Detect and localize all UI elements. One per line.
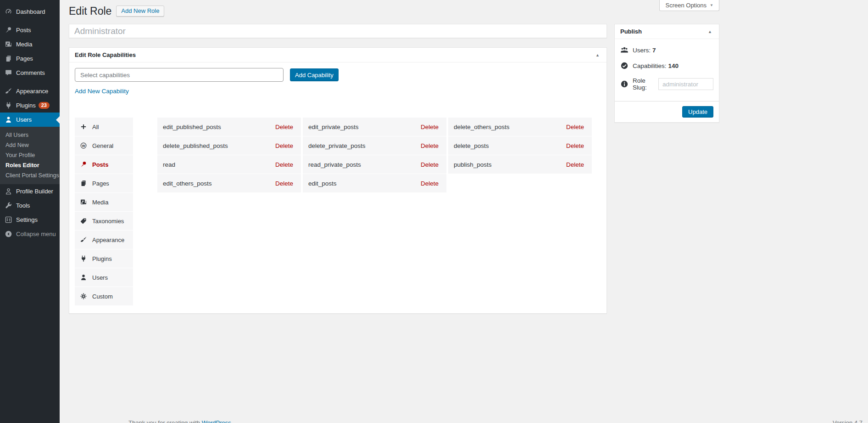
pin-icon	[5, 26, 12, 34]
capability-category-general[interactable]: W General	[75, 136, 133, 155]
media-icon	[80, 198, 87, 206]
sidebar-submenu-item-add-new[interactable]: Add New	[0, 140, 60, 150]
capabilities-panel-header: Edit Role Capabilities ▲	[69, 48, 606, 62]
sidebar-item-media[interactable]: Media	[0, 37, 60, 51]
capability-category-all[interactable]: All	[75, 118, 133, 136]
collapse-panel-icon[interactable]: ▲	[707, 29, 713, 34]
users-count-value: 7	[652, 47, 656, 54]
sidebar-item-appearance[interactable]: Appearance	[0, 84, 60, 98]
pages-icon	[5, 55, 12, 62]
capability-delete-link[interactable]: Delete	[421, 124, 439, 130]
main-column: Edit Role Capabilities ▲ Add Capability …	[69, 24, 607, 314]
users-count-label: Users:	[633, 47, 651, 54]
capability-delete-link[interactable]: Delete	[275, 180, 293, 187]
capability-name: edit_others_posts	[163, 180, 212, 187]
capability-cell-read: read Delete	[157, 155, 301, 174]
sidebar-item-posts[interactable]: Posts	[0, 23, 60, 37]
capability-delete-link[interactable]: Delete	[421, 161, 439, 168]
add-new-capability-link[interactable]: Add New Capability	[75, 88, 129, 95]
capability-cell-delete-posts: delete_posts Delete	[448, 136, 592, 155]
capability-delete-link[interactable]: Delete	[421, 142, 439, 149]
plug-icon	[5, 102, 12, 109]
update-button[interactable]: Update	[682, 106, 713, 118]
sidebar-item-settings[interactable]: Settings	[0, 213, 60, 227]
capability-name: edit_private_posts	[308, 124, 359, 130]
capability-cell-edit-others-posts: edit_others_posts Delete	[157, 174, 301, 192]
screen-options-tab[interactable]: Screen Options ▼	[659, 0, 719, 11]
sidebar-submenu-item-your-profile[interactable]: Your Profile	[0, 150, 60, 160]
sidebar-item-plugins[interactable]: Plugins 23	[0, 98, 60, 113]
tag-icon	[80, 217, 87, 225]
gear-icon	[80, 293, 87, 300]
publish-panel-body: Users: 7 Capabilities: 140 Role Slug:	[615, 39, 719, 101]
capabilities-panel-title: Edit Role Capabilities	[75, 51, 136, 58]
add-new-role-button[interactable]: Add New Role	[116, 6, 164, 17]
capability-category-media[interactable]: Media	[75, 193, 133, 211]
plus-icon	[80, 123, 87, 130]
select-capabilities-input[interactable]	[75, 68, 284, 82]
sidebar-submenu-item-all-users[interactable]: All Users	[0, 130, 60, 140]
capabilities-layout: All W General Posts Pages Media Taxonomi…	[75, 118, 601, 306]
sidebar-submenu: All UsersAdd NewYour ProfileRoles Editor…	[0, 127, 60, 184]
capability-category-custom[interactable]: Custom	[75, 287, 133, 305]
capability-delete-link[interactable]: Delete	[566, 142, 584, 149]
user-icon	[80, 274, 87, 281]
sidebar-submenu-item-client-portal-settings[interactable]: Client Portal Settings	[0, 170, 60, 180]
wordpress-link[interactable]: WordPress	[202, 419, 231, 423]
collapse-panel-icon[interactable]: ▲	[594, 53, 601, 57]
sliders-icon	[5, 216, 12, 224]
screen-options-label: Screen Options	[665, 2, 707, 9]
collapse-icon	[5, 230, 12, 238]
capability-category-posts[interactable]: Posts	[75, 155, 133, 174]
capability-cell-read-private-posts: read_private_posts Delete	[303, 155, 446, 174]
capability-column: edit_published_posts Delete delete_publi…	[157, 118, 301, 306]
capability-delete-link[interactable]: Delete	[275, 124, 293, 130]
capability-name: read	[163, 161, 175, 168]
capability-delete-link[interactable]: Delete	[275, 142, 293, 149]
capability-category-taxonomies[interactable]: Taxonomies	[75, 212, 133, 230]
capability-name: delete_posts	[454, 142, 489, 149]
sidebar-submenu-item-roles-editor[interactable]: Roles Editor	[0, 160, 60, 170]
sidebar-item-tools[interactable]: Tools	[0, 198, 60, 213]
capability-cell-publish-posts: publish_posts Delete	[448, 155, 592, 174]
role-slug-input[interactable]	[658, 78, 713, 90]
capability-delete-link[interactable]: Delete	[566, 124, 584, 130]
publish-panel-title: Publish	[620, 28, 642, 35]
wrench-icon	[5, 202, 12, 209]
media-icon	[5, 40, 12, 48]
role-slug-row: Role Slug:	[620, 77, 713, 91]
chevron-down-icon: ▼	[710, 3, 713, 7]
capability-cell-edit-private-posts: edit_private_posts Delete	[303, 118, 446, 136]
capability-name: delete_others_posts	[454, 124, 510, 130]
role-slug-label: Role Slug:	[633, 77, 655, 91]
wordpress-icon: W	[80, 142, 87, 149]
footer-version: Version 4.7	[833, 419, 862, 423]
update-count-badge: 23	[39, 102, 50, 109]
brush-icon	[5, 87, 12, 95]
admin-content: Screen Options ▼ Edit Role Add New Role …	[60, 0, 868, 423]
capability-name: publish_posts	[454, 161, 492, 168]
add-capability-button[interactable]: Add Capability	[290, 68, 339, 81]
edit-role-capabilities-panel: Edit Role Capabilities ▲ Add Capability …	[69, 47, 607, 314]
capability-category-users[interactable]: Users	[75, 268, 133, 287]
capability-delete-link[interactable]: Delete	[421, 180, 439, 187]
sidebar-item-dashboard[interactable]: Dashboard	[0, 5, 60, 19]
sidebar-item-users[interactable]: Users	[0, 113, 60, 127]
capabilities-count-label: Capabilities:	[633, 62, 667, 69]
sidebar-item-collapse-menu[interactable]: Collapse menu	[0, 227, 60, 241]
capability-delete-link[interactable]: Delete	[566, 161, 584, 168]
sidebar-menu: Dashboard Posts Media Pages Comments App…	[0, 5, 60, 241]
svg-text:W: W	[82, 144, 85, 148]
capabilities-count-row: Capabilities: 140	[620, 62, 713, 70]
users-count-row: Users: 7	[620, 46, 713, 54]
page-header: Edit Role Add New Role	[69, 0, 859, 17]
role-name-input[interactable]	[69, 24, 607, 38]
sidebar-item-pages[interactable]: Pages	[0, 51, 60, 66]
capability-category-appearance[interactable]: Appearance	[75, 231, 133, 249]
capability-category-plugins[interactable]: Plugins	[75, 249, 133, 268]
capability-category-pages[interactable]: Pages	[75, 174, 133, 192]
sidebar-item-comments[interactable]: Comments	[0, 66, 60, 80]
capability-grid: edit_published_posts Delete delete_publi…	[157, 118, 594, 306]
sidebar-item-profile-builder[interactable]: Profile Builder	[0, 184, 60, 198]
capability-delete-link[interactable]: Delete	[275, 161, 293, 168]
